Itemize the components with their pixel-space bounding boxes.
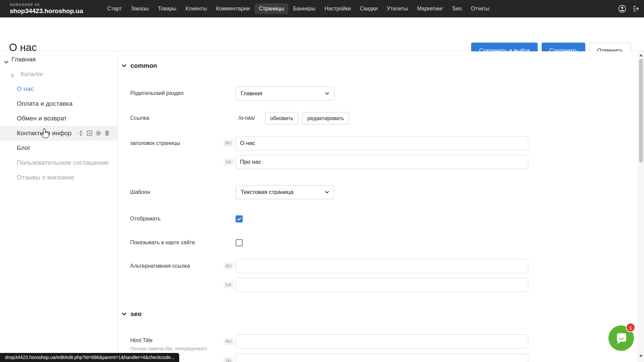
move-icon[interactable]: [78, 130, 84, 137]
sidebar-item-katalog[interactable]: Каталог: [0, 67, 117, 82]
lang-badge-ru: RU: [224, 263, 234, 269]
display-checkbox[interactable]: [236, 215, 243, 222]
topbar-item-bannery[interactable]: Баннеры: [289, 3, 319, 14]
chat-bubble-icon: [613, 330, 629, 346]
link-value: /o-nas/: [239, 115, 255, 121]
status-url-tooltip: shop34423.horoshop.ua/edit/edit.php?id=6…: [0, 353, 179, 362]
sidebar-item-label: Обмен и возврат: [17, 115, 67, 122]
html-title-ru-input[interactable]: [236, 334, 528, 349]
chat-unread-badge: 1: [626, 323, 635, 332]
section-title: common: [131, 62, 157, 69]
topbar-item-start[interactable]: Старт: [103, 3, 126, 14]
delete-icon[interactable]: [104, 130, 110, 137]
sidebar-item-label: Каталог: [20, 70, 44, 78]
sidebar-item-label: Отзывы о магазине: [17, 174, 75, 181]
sidebar-item-blog[interactable]: Блог: [0, 141, 117, 155]
page-title-field-label: заголовок страницы: [130, 140, 180, 146]
chevron-down-icon: [325, 191, 329, 194]
chevron-down-icon: [325, 92, 329, 95]
page-header: О нас Сохранить и выйти Сохранить Отмени…: [0, 17, 644, 51]
page-title-ru-input[interactable]: [236, 136, 528, 150]
topbar-item-kommentarii[interactable]: Комментарии: [212, 3, 254, 14]
topbar: HOROSHOP V4 shop34423.horoshop.ua Старт …: [0, 0, 644, 17]
alt-link-ru-input[interactable]: [236, 259, 528, 273]
lang-badge-ua: UA: [224, 159, 234, 165]
sidebar-item-label: Оплата и доставка: [17, 100, 72, 107]
sidebar-item-glavnaya[interactable]: Главная: [0, 52, 117, 67]
sidebar-item-oplata-i-dostavka[interactable]: Оплата и доставка: [0, 96, 117, 111]
topbar-item-utility[interactable]: Утилиты: [383, 3, 412, 14]
topbar-item-marketing[interactable]: Маркетинг: [413, 3, 447, 14]
lang-badge-ru: RU: [224, 140, 234, 147]
sidebar-item-obmen-i-vozvrat[interactable]: Обмен и возврат: [0, 111, 117, 126]
link-refresh-button[interactable]: обновить: [265, 112, 298, 124]
sitemap-checkbox[interactable]: [236, 239, 243, 246]
alt-link-ua-input[interactable]: [236, 278, 528, 292]
template-select[interactable]: Текстовая страница: [236, 185, 334, 199]
topbar-item-otchety[interactable]: Отчеты: [467, 3, 493, 14]
section-common-toggle[interactable]: common: [130, 62, 157, 69]
brand-version: HOROSHOP V4: [10, 3, 83, 7]
topbar-item-klienty[interactable]: Клиенты: [182, 3, 211, 14]
add-icon[interactable]: [86, 130, 93, 137]
chevron-down-icon: [4, 58, 8, 65]
scrollbar-thumb[interactable]: [639, 59, 643, 163]
vertical-scrollbar[interactable]: [638, 51, 644, 362]
template-value: Текстовая страница: [241, 189, 294, 196]
chevron-right-icon: [11, 72, 14, 80]
chat-widget-button[interactable]: 1: [608, 325, 634, 351]
parent-section-value: Главная: [241, 90, 262, 97]
sidebar-item-o-nas[interactable]: О нас: [0, 82, 117, 96]
main-menu: Старт Заказы Товары Клиенты Комментарии …: [103, 3, 494, 14]
alt-link-label: Альтернативная ссылка: [130, 263, 190, 269]
brand-domain: shop34423.horoshop.ua: [10, 8, 83, 14]
topbar-item-nastroyki[interactable]: Настройки: [320, 3, 355, 14]
parent-section-label: Родительский раздел: [130, 90, 184, 96]
page-edit-form: common Родительский раздел Главная Ссылк…: [118, 51, 638, 362]
brand-logo[interactable]: HOROSHOP V4 shop34423.horoshop.ua: [10, 3, 83, 14]
scroll-up-arrow-icon[interactable]: [639, 54, 643, 56]
section-title: seo: [131, 310, 142, 318]
sidebar-item-otzyvy-o-magazine[interactable]: Отзывы о магазине: [0, 170, 117, 185]
link-label: Ссылка: [130, 115, 149, 121]
page-title-ua-input[interactable]: [236, 155, 528, 169]
sidebar-item-label: О нас: [17, 85, 34, 93]
user-icon[interactable]: [618, 4, 627, 13]
html-title-hint: Полная замена title, генерируемого: [130, 346, 207, 351]
chevron-down-icon: [122, 312, 127, 316]
logout-icon[interactable]: [632, 4, 641, 13]
check-icon: [237, 217, 241, 221]
topbar-item-seo[interactable]: Seo: [448, 3, 466, 14]
lang-badge-ua: UA: [224, 281, 234, 288]
template-label: Шаблон: [130, 189, 150, 195]
section-seo-toggle[interactable]: seo: [130, 310, 142, 318]
sitemap-label: Показывать в карте сайта: [130, 240, 195, 246]
link-edit-button[interactable]: редактировать: [302, 112, 349, 124]
sidebar-item-label: Контактная инфор: [17, 130, 71, 137]
sidebar-item-kontaktnaya-infor[interactable]: Контактная инфор: [0, 126, 117, 141]
scroll-down-arrow-icon[interactable]: [639, 355, 643, 357]
lang-badge-ua: UA: [224, 357, 234, 362]
topbar-item-skidki[interactable]: Скидки: [356, 3, 382, 14]
sidebar-item-label: Блог: [17, 144, 31, 152]
chevron-down-icon: [122, 64, 127, 67]
parent-section-select[interactable]: Главная: [236, 87, 334, 101]
sidebar-item-polzovatelskoe-soglashenie[interactable]: Пользовательское соглашение: [0, 155, 117, 170]
pages-tree-sidebar: Главная Каталог О нас Оплата и доставка …: [0, 51, 118, 362]
topbar-item-stranitsy[interactable]: Страницы: [255, 3, 288, 14]
sidebar-item-label: Главная: [11, 56, 36, 63]
html-title-label: Html Title: [130, 338, 153, 344]
lang-badge-ru: RU: [224, 338, 234, 345]
display-label: Отображать: [130, 216, 160, 222]
html-title-ua-input[interactable]: [236, 354, 528, 362]
topbar-item-tovary[interactable]: Товары: [154, 3, 181, 14]
settings-icon[interactable]: [95, 130, 102, 137]
sidebar-item-label: Пользовательское соглашение: [17, 159, 109, 166]
topbar-item-zakazy[interactable]: Заказы: [127, 3, 153, 14]
